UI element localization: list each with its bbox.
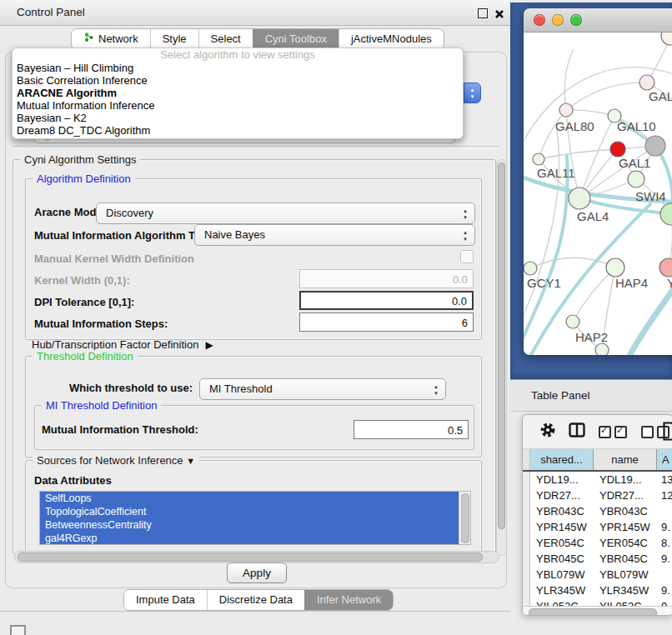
node-label: GAL4 (577, 209, 609, 223)
algorithm-option[interactable]: Bayesian – Hill Climbing (13, 62, 463, 74)
attribute-item[interactable]: BetweennessCentrality (40, 518, 470, 532)
network-node[interactable] (524, 262, 537, 275)
which-threshold-select[interactable]: MI Threshold ▴▾ (199, 378, 446, 400)
network-window-titlebar (524, 8, 672, 32)
close-icon[interactable] (494, 8, 504, 18)
mi-algorithm-type-select[interactable]: Naive Bayes ▴▾ (194, 224, 475, 246)
network-node[interactable] (659, 258, 672, 277)
network-node[interactable] (628, 171, 644, 188)
network-node[interactable] (569, 188, 590, 209)
table-hscrollbar[interactable] (523, 606, 672, 616)
network-node[interactable] (566, 315, 579, 328)
network-node[interactable] (595, 343, 609, 355)
algorithm-option[interactable]: Mutual Information Inference (13, 99, 463, 112)
table-row[interactable]: YPR145WYPR145W9. (523, 519, 672, 535)
algorithm-option[interactable]: ARACNE Algorithm (13, 87, 463, 99)
network-window[interactable]: GALGAL80GAL10GAL1GAL11GAL4SWI4GCY1HAP4YH… (524, 8, 672, 355)
tab-impute-data[interactable]: Impute Data (124, 590, 207, 610)
network-canvas[interactable]: GALGAL80GAL10GAL1GAL11GAL4SWI4GCY1HAP4YH… (524, 32, 672, 355)
node-label: HAP4 (615, 276, 648, 290)
hidden-combo-stepper-icon[interactable]: ▴▾ (464, 82, 481, 103)
zoom-button[interactable] (570, 14, 582, 26)
table-cell: 9. (657, 582, 672, 598)
table-gutter (523, 535, 530, 551)
network-node[interactable] (661, 32, 672, 45)
table-row[interactable]: YER054CYER054C8. (523, 535, 672, 551)
table-cell: YBL079W (594, 567, 657, 582)
scrollbar-thumb[interactable] (18, 552, 483, 562)
table-row[interactable]: YDR27...YDR27...12 (523, 488, 672, 503)
table-gutter (523, 503, 530, 519)
network-node[interactable] (606, 258, 624, 277)
attribute-item[interactable]: gal4RGexp (40, 532, 470, 545)
hub-factor-expander[interactable]: Hub/Transcription Factor Definition▶ (32, 338, 213, 351)
algorithm-dropdown[interactable]: Select algorithm to view settings Bayesi… (12, 48, 464, 139)
network-node[interactable] (559, 103, 573, 117)
stepper-arrows-icon[interactable]: ▴▾ (431, 381, 441, 398)
network-node[interactable] (533, 153, 544, 165)
table-cell: YIL052C (594, 598, 657, 606)
column-header-a[interactable]: A (657, 449, 672, 470)
table-row[interactable]: YBR045CYBR045C9. (523, 551, 672, 567)
attribute-item[interactable]: TopologicalCoefficient (40, 505, 470, 518)
algorithm-option[interactable]: Dream8 DC_TDC Algorithm (13, 124, 463, 137)
scrollbar-thumb[interactable] (529, 608, 657, 616)
table-row[interactable]: YBL079WYBL079W (523, 567, 672, 582)
table-cell: YDL19... (594, 472, 657, 488)
stepper-arrows-icon[interactable]: ▴▾ (460, 227, 470, 243)
table-cell: YLR345W (594, 582, 657, 598)
column-header-name[interactable]: name (594, 449, 657, 470)
overview-toggle-icon[interactable] (10, 625, 26, 635)
cyni-algorithm-settings-group: Cyni Algorithm Settings Algorithm Defini… (13, 159, 496, 554)
algorithm-option[interactable]: Bayesian – K2 (13, 112, 463, 124)
mi-threshold-field[interactable]: 0.5 (354, 420, 469, 439)
network-node[interactable] (610, 142, 625, 157)
table-row[interactable]: YDL19...YDL19...13 (523, 472, 672, 488)
float-window-icon[interactable] (478, 8, 488, 18)
tab-style[interactable]: Style (150, 29, 198, 49)
kernel-width-field[interactable]: 0.0 (299, 269, 474, 288)
mi-type-label: Mutual Information Algorithm Type: (34, 228, 217, 244)
table-gutter (523, 449, 530, 470)
dpi-tolerance-field[interactable]: 0.0 (299, 291, 474, 310)
tab-network[interactable]: Network (72, 29, 150, 49)
network-node[interactable] (639, 75, 654, 90)
table-row[interactable]: YIL052CYIL052C9. (523, 598, 672, 606)
network-node[interactable] (645, 136, 665, 156)
tab-cyni-toolbox[interactable]: Cyni Toolbox (253, 29, 339, 49)
dropdown-placeholder: Select algorithm to view settings (13, 48, 463, 62)
tab-infer-network[interactable]: Infer Network (304, 590, 393, 610)
sources-expander[interactable]: Sources for Network Inference ▼ (33, 454, 199, 467)
tab-jactivemnodules[interactable]: jActiveMNodules (339, 29, 444, 49)
divider (13, 146, 499, 149)
algorithm-option[interactable]: Basic Correlation Inference (13, 74, 463, 87)
aracne-mode-select[interactable]: Discovery ▴▾ (96, 202, 475, 224)
stepper-arrows-icon[interactable]: ▴▾ (460, 205, 470, 222)
split-columns-icon[interactable] (569, 422, 585, 441)
table-row[interactable]: YBR043CYBR043C (523, 503, 672, 519)
checked-boxes-icon[interactable] (599, 426, 627, 438)
table-cell: YBR043C (530, 503, 594, 519)
table-row[interactable]: YLR345WYLR345W9. (523, 582, 672, 598)
tab-discretize-data[interactable]: Discretize Data (207, 590, 304, 610)
table-header-row: shared...nameA (523, 448, 672, 472)
node-label: GAL11 (537, 166, 575, 180)
settings-scrollbar[interactable] (496, 159, 507, 556)
manual-kernel-checkbox[interactable] (460, 250, 474, 263)
gear-icon[interactable] (539, 422, 556, 442)
settings-hscrollbar[interactable] (14, 551, 499, 563)
chevron-down-icon: ▼ (186, 456, 195, 466)
list-scrollbar[interactable] (459, 492, 470, 544)
network-node[interactable] (660, 203, 672, 225)
scrollbar-thumb[interactable] (498, 162, 505, 529)
column-header-shared[interactable]: shared... (530, 449, 594, 470)
mi-steps-field[interactable]: 6 (299, 312, 474, 332)
data-attributes-list[interactable]: SelfLoopsTopologicalCoefficientBetweenne… (39, 491, 471, 545)
minimize-button[interactable] (552, 14, 564, 26)
document-icon[interactable] (663, 422, 672, 445)
scrollbar-thumb[interactable] (461, 493, 469, 543)
close-button[interactable] (534, 14, 545, 26)
tab-select[interactable]: Select (198, 29, 253, 49)
attribute-item[interactable]: SelfLoops (40, 492, 470, 505)
apply-button[interactable]: Apply (227, 562, 287, 583)
